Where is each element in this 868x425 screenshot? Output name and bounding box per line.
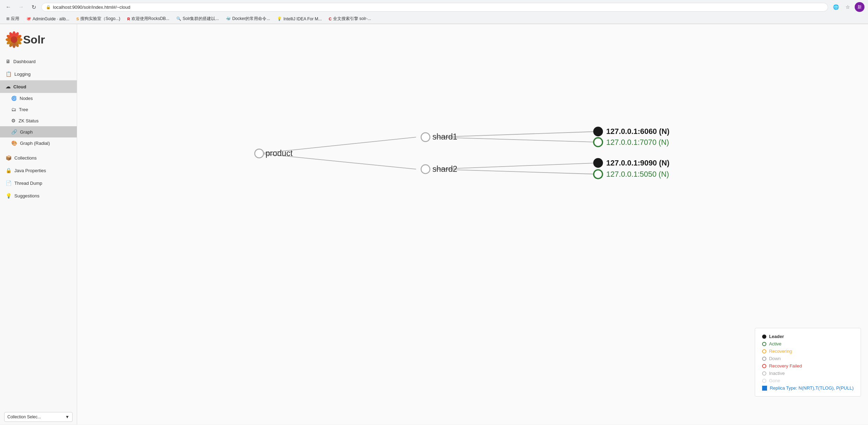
collections-icon: 📦 [6, 155, 12, 161]
product-node[interactable] [255, 149, 264, 158]
legend-label-leader: Leader [769, 334, 784, 339]
sidebar-item-zk-label: ZK Status [19, 118, 39, 123]
collection-select[interactable]: Collection Selec... ▼ [4, 412, 73, 422]
sogo-icon: S [76, 17, 79, 21]
fulltext-icon: C [329, 17, 332, 21]
bookmark-apps-label: 应用 [11, 16, 19, 22]
reload-button[interactable]: ↻ [29, 2, 39, 12]
replica-9090-node[interactable] [594, 158, 603, 167]
sidebar-item-logging[interactable]: 📋 Logging [0, 68, 77, 80]
sidebar-item-tree[interactable]: 🗂 Tree [0, 104, 77, 115]
sidebar-item-thread-dump[interactable]: 📄 Thread Dump [0, 177, 77, 189]
bookmark-intellij[interactable]: 💡 IntelliJ IDEA For M... [274, 16, 324, 22]
bookmark-apps[interactable]: ⊞ 应用 [4, 15, 22, 22]
graph-radial-icon: 🎨 [11, 140, 17, 146]
sidebar-item-graph-radial[interactable]: 🎨 Graph (Radial) [0, 137, 77, 149]
replica-7070-node[interactable] [594, 138, 603, 147]
legend-label-gone: Gone [769, 378, 780, 383]
bookmark-fulltext[interactable]: C 全文搜索引擎 solr-... [326, 15, 374, 22]
tree-icon: 🗂 [11, 107, 16, 112]
bookmark-sogo-label: 搜狗实验室（Sogo...) [80, 16, 120, 22]
sidebar-item-suggestions-label: Suggestions [14, 193, 40, 198]
bookmark-adminguide[interactable]: 🐙 AdminGuide · alib... [23, 16, 72, 22]
sidebar-item-dashboard-label: Dashboard [13, 59, 36, 64]
back-button[interactable]: ← [4, 2, 13, 12]
product-label: product [265, 149, 293, 158]
sidebar-item-dashboard[interactable]: 🖥 Dashboard [0, 55, 77, 68]
sidebar-item-graph[interactable]: 🔗 Graph [0, 126, 77, 137]
legend-item-recovering: Recovering [762, 349, 854, 354]
docker-icon: 🐳 [226, 16, 231, 21]
replica-7070-label: 127.0.0.1:7070 (N) [606, 138, 669, 147]
logging-icon: 📋 [6, 71, 12, 77]
replica-6060-node[interactable] [594, 127, 603, 136]
sidebar-item-nodes[interactable]: 🌀 Nodes [0, 93, 77, 104]
sidebar-item-collections[interactable]: 📦 Collections [0, 151, 77, 164]
legend-item-leader: Leader [762, 334, 854, 339]
sidebar-item-graph-radial-label: Graph (Radial) [20, 141, 50, 146]
sidebar-item-cloud[interactable]: ☁ Cloud [0, 80, 77, 93]
sidebar-item-suggestions[interactable]: 💡 Suggestions [0, 189, 77, 202]
java-properties-icon: 🔒 [6, 168, 12, 173]
legend-item-recovery-failed: Recovery Failed [762, 363, 854, 369]
logo-area: Solr [0, 24, 77, 55]
replica-5050-label: 127.0.0.1:5050 (N) [606, 170, 669, 178]
bookmark-button[interactable]: ☆ [843, 2, 853, 12]
cloud-sub-nav-list: 🌀 Nodes 🗂 Tree ⚙ ZK Status 🔗 Graph 🎨 Gra… [0, 93, 77, 149]
replica-5050-node[interactable] [594, 170, 603, 178]
url-text: localhost:9090/solr/index.html#/~cloud [53, 5, 823, 10]
translate-button[interactable]: 🌐 [831, 2, 841, 12]
sidebar-item-java-properties[interactable]: 🔒 Java Properties [0, 164, 77, 177]
legend-label-recovery-failed: Recovery Failed [769, 363, 802, 369]
sidebar-item-cloud-label: Cloud [13, 84, 26, 89]
legend-label-replica: Replica Type: N(NRT),T(TLOG), P(PULL) [770, 385, 854, 391]
legend-item-down: Down [762, 356, 854, 361]
bookmark-sogo[interactable]: S 搜狗实验室（Sogo...) [74, 15, 123, 22]
profile-button[interactable]: 新 [855, 2, 864, 12]
solr-logo: Solr [6, 31, 45, 48]
legend-label-active: Active [769, 341, 781, 346]
legend-dot-leader [762, 335, 766, 339]
svg-line-15 [435, 131, 598, 137]
bookmarks-bar: ⊞ 应用 🐙 AdminGuide · alib... S 搜狗实验室（Sogo… [0, 14, 868, 24]
legend-dot-recovery-failed [762, 364, 766, 368]
bookmark-rocksdb-label: 欢迎使用RocksDB... [131, 16, 169, 22]
bookmark-docker[interactable]: 🐳 Docker的常用命令... [223, 15, 273, 22]
apps-icon: ⊞ [6, 16, 9, 21]
adminguide-icon: 🐙 [26, 16, 31, 21]
legend-dot-active [762, 342, 766, 346]
shard2-node[interactable] [421, 165, 430, 174]
sidebar-item-zk-status[interactable]: ⚙ ZK Status [0, 115, 77, 126]
other-nav-list: 📦 Collections 🔒 Java Properties 📄 Thread… [0, 151, 77, 202]
shard2-label: shard2 [432, 164, 457, 174]
legend-label-inactive: Inactive [769, 371, 785, 376]
dashboard-icon: 🖥 [6, 59, 11, 64]
shard1-node[interactable] [421, 133, 430, 142]
shard1-label: shard1 [432, 132, 457, 141]
legend-item-inactive: Inactive [762, 371, 854, 376]
legend-dot-inactive [762, 371, 766, 376]
bookmark-solr-cluster[interactable]: 🔍 Solr集群的搭建以... [174, 15, 222, 22]
replica-6060-label: 127.0.0.1:6060 (N) [606, 127, 669, 136]
legend-dot-recovering [762, 349, 766, 353]
sidebar-item-logging-label: Logging [14, 72, 30, 77]
sidebar-item-thread-label: Thread Dump [14, 181, 42, 186]
sidebar-item-java-label: Java Properties [14, 168, 46, 173]
sidebar: Solr 🖥 Dashboard 📋 Logging ☁ Cloud 🌀 Nod… [0, 24, 77, 425]
forward-button[interactable]: → [16, 2, 26, 12]
address-bar[interactable]: 🔒 localhost:9090/solr/index.html#/~cloud [41, 3, 828, 12]
bookmark-fulltext-label: 全文搜索引擎 solr-... [333, 16, 371, 22]
svg-line-16 [435, 137, 598, 142]
bookmark-rocksdb[interactable]: R 欢迎使用RocksDB... [124, 15, 172, 22]
bookmark-docker-label: Docker的常用命令... [232, 16, 270, 22]
browser-toolbar: ← → ↻ 🔒 localhost:9090/solr/index.html#/… [0, 0, 868, 14]
sidebar-item-nodes-label: Nodes [20, 96, 33, 101]
legend-item-replica-type: Replica Type: N(NRT),T(TLOG), P(PULL) [762, 385, 854, 391]
legend-item-active: Active [762, 341, 854, 346]
main-content: product shard1 shard2 127.0.0.1:6060 (N)… [77, 24, 868, 425]
legend-item-gone: Gone [762, 378, 854, 383]
intellij-icon: 💡 [277, 16, 282, 21]
legend-rect-replica [762, 386, 767, 391]
toolbar-icons: 🌐 ☆ 新 [831, 2, 864, 12]
suggestions-icon: 💡 [6, 193, 12, 198]
